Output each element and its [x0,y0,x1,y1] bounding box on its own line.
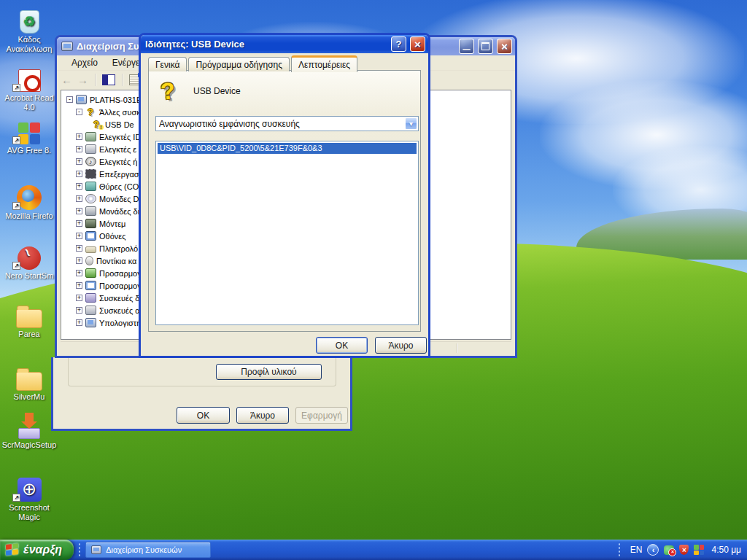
windows-logo-icon [6,543,19,557]
desktop-icon-parea-folder[interactable]: Parea [1,298,58,339]
hide-icons-chevron-icon[interactable] [647,544,659,556]
modem-icon [85,219,96,228]
property-dropdown[interactable]: Αναγνωριστικό εμφάνισης συσκευής [155,116,419,131]
expand-icon[interactable] [76,195,82,202]
device-manager-icon [61,42,73,51]
security-alert-icon[interactable] [679,545,689,555]
dialog-cancel-button[interactable]: Άκυρο [375,337,427,354]
collapse-icon[interactable] [76,109,82,115]
expand-icon[interactable] [76,220,82,227]
avg-icon [18,122,40,144]
system-properties-window: Προφίλ υλικού OK Άκυρο Εφαρμογή [51,357,352,431]
tree-item-label: Ποντίκια κα [96,257,136,265]
desktop-icon-acrobat-reader[interactable]: Acrobat Read 4.0 [1,61,58,112]
icon-label: Screenshot [1,503,58,513]
usb-devices-icon [85,306,96,315]
device-header: USB Device [155,77,241,106]
start-button[interactable]: έναρξη [0,540,74,560]
taskbar-window-button[interactable]: Διαχείριση Συσκευών [85,542,211,558]
forward-icon[interactable]: → [77,74,88,85]
close-button[interactable] [410,36,425,52]
close-button[interactable] [497,39,512,54]
setup-icon [17,413,42,439]
desktop-icon-nero[interactable]: Nero StartSm [1,239,58,281]
folder-icon [16,309,42,328]
selected-list-item[interactable]: USB\VID_0D8C&PID_5200\5&21E739F&0&3 [158,143,417,154]
icon-label: Ανακύκλωση [1,44,58,54]
minimize-button[interactable] [459,39,474,54]
taskbar: έναρξη Διαχείριση Συσκευών EN 4:50 μμ [0,540,747,560]
show-console-tree-icon[interactable] [102,74,115,85]
shortcut-arrow-icon [12,84,20,92]
icon-label: Mozilla Firefo [1,211,58,221]
expand-icon[interactable] [76,245,82,252]
desktop-icon-avg-free[interactable]: AVG Free 8. [1,114,58,155]
tab-driver[interactable]: Πρόγραμμα οδήγησης [188,57,290,71]
menu-file[interactable]: Αρχείο [64,56,105,69]
expand-icon[interactable] [76,158,82,165]
desktop-icon-firefox[interactable]: Mozilla Firefo [1,179,58,221]
tree-item-label: Ελεγκτές ε [99,145,136,154]
maximize-button[interactable] [478,39,493,54]
tree-item-label: Μονάδες D [99,195,139,203]
desktop-icon-scrmagic-setup[interactable]: ScrMagicSetup [1,408,58,450]
mouse-icon [85,256,93,265]
unknown-device-icon [85,107,96,117]
screenshot-magic-icon [18,478,42,502]
sysprops-apply-button: Εφαρμογή [295,407,348,424]
processor-icon [85,169,96,179]
sound-controller-icon [85,157,96,166]
expand-icon[interactable] [76,233,82,239]
details-tab-page: USB Device Αναγνωριστικό εμφάνισης συσκε… [148,70,421,332]
icon-label: Nero StartSm [1,271,58,281]
tab-general[interactable]: Γενικά [148,57,187,71]
avg-tray-icon[interactable] [694,545,704,555]
tab-strip: Γενικά Πρόγραμμα οδήγησης Λεπτομέρειες [148,55,359,71]
tree-item-label: Συσκευές δ [99,294,139,303]
acrobat-icon [18,69,41,92]
tab-details[interactable]: Λεπτομέρειες [291,55,357,72]
expand-icon[interactable] [76,146,82,152]
desktop: Κάδος Ανακύκλωση Acrobat Read 4.0 AVG Fr… [0,0,747,560]
toolbar-separator [95,74,96,86]
expand-icon[interactable] [76,171,82,177]
desktop-icon-recycle-bin[interactable]: Κάδος Ανακύκλωση [1,3,58,54]
tree-item-label: USB De [105,120,134,129]
chevron-down-icon[interactable] [405,117,417,130]
tray-divider [618,542,621,557]
collapse-icon[interactable] [66,96,73,103]
back-icon[interactable]: ← [61,74,72,85]
hardware-profiles-button[interactable]: Προφίλ υλικού [216,364,322,380]
expand-icon[interactable] [76,257,82,264]
expand-icon[interactable] [76,133,82,140]
icon-label: ScrMagicSetup [1,440,58,450]
tree-item-label: Οθόνες [99,232,126,241]
icon-label: Acrobat Read [1,93,58,103]
expand-icon[interactable] [76,307,82,314]
monitor-icon [85,231,96,241]
expand-icon[interactable] [76,319,82,326]
taskbar-divider [78,542,81,557]
expand-icon[interactable] [76,270,82,276]
expand-icon[interactable] [76,208,82,214]
unknown-device-icon [154,75,182,106]
sysprops-ok-button[interactable]: OK [177,407,230,424]
shortcut-arrow-icon [12,494,20,502]
expand-icon[interactable] [76,295,82,301]
display-adapter-icon [85,281,96,290]
property-value-list[interactable]: USB\VID_0D8C&PID_5200\5&21E739F&0&3 [155,141,419,325]
disk-drive-icon [85,206,96,216]
language-indicator[interactable]: EN [630,545,643,555]
desktop-icon-silvermu-folder[interactable]: SilverMu [1,360,58,402]
sysprops-cancel-button[interactable]: Άκυρο [236,407,289,424]
dialog-ok-button[interactable]: OK [316,337,368,354]
recycle-bin-icon [20,10,39,34]
tree-item-label: Ελεγκτές ή [99,158,137,166]
expand-icon[interactable] [76,282,82,289]
icon-label: Parea [1,330,58,339]
folder-icon [16,372,42,391]
expand-icon[interactable] [76,183,82,190]
desktop-icon-screenshot-magic[interactable]: Screenshot Magic [1,471,58,522]
tray-status-icon[interactable] [664,545,674,555]
help-button[interactable] [391,36,406,52]
